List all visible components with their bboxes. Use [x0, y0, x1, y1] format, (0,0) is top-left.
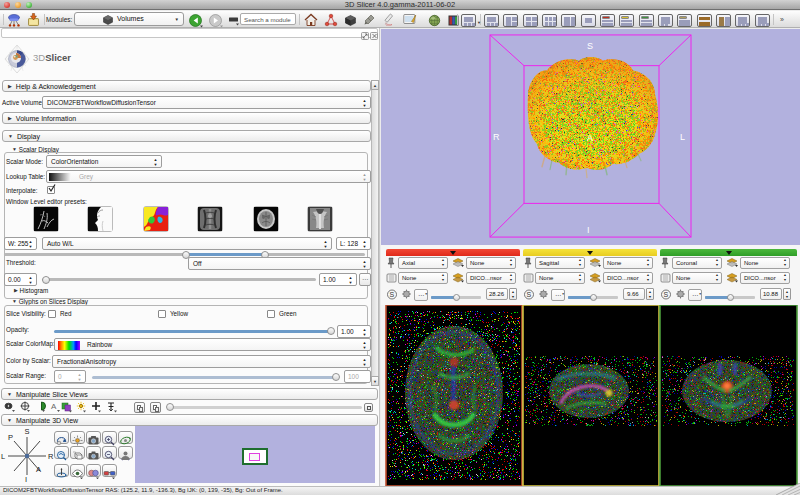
svg-text:A: A — [587, 133, 593, 143]
svg-text:S: S — [390, 291, 395, 298]
svg-text:S: S — [664, 291, 669, 298]
svg-text:A: A — [51, 402, 57, 411]
svg-text:A: A — [36, 465, 41, 474]
svg-text:S: S — [25, 427, 30, 436]
svg-text:I: I — [587, 225, 589, 235]
svg-text:S: S — [587, 41, 593, 51]
svg-text:S: S — [527, 291, 532, 298]
svg-text:L: L — [1, 452, 5, 461]
svg-text:I: I — [25, 475, 27, 483]
svg-text:R: R — [493, 132, 500, 142]
svg-text:P: P — [8, 433, 13, 442]
svg-text:L: L — [680, 132, 685, 142]
